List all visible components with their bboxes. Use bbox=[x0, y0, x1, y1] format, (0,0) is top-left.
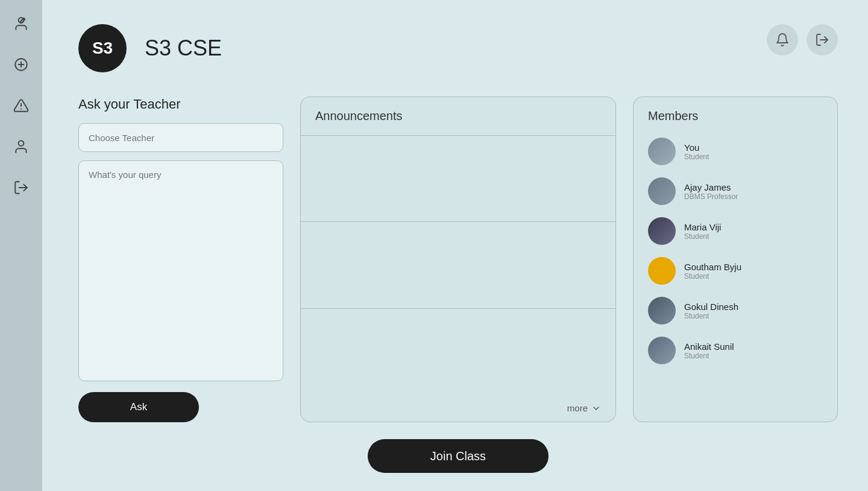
member-role: Student bbox=[684, 272, 741, 280]
members-panel: Members You Student Ajay James DBMS Prof… bbox=[633, 97, 838, 422]
member-info: Anikait Sunil Student bbox=[684, 341, 734, 360]
member-role: Student bbox=[684, 312, 738, 320]
add-icon[interactable] bbox=[10, 53, 33, 76]
member-name: Goutham Byju bbox=[684, 262, 741, 272]
header-actions bbox=[767, 24, 838, 55]
member-avatar bbox=[648, 337, 676, 364]
more-announcements-button[interactable]: more bbox=[301, 394, 615, 422]
ask-panel-title: Ask your Teacher bbox=[78, 97, 283, 112]
announcement-row-1 bbox=[301, 136, 615, 222]
members-title: Members bbox=[634, 97, 837, 131]
header: S3 S3 CSE bbox=[78, 24, 838, 72]
ask-teacher-panel: Ask your Teacher Ask bbox=[78, 97, 283, 422]
bell-icon bbox=[775, 33, 790, 47]
member-avatar bbox=[648, 138, 676, 165]
members-list: You Student Ajay James DBMS Professor Ma… bbox=[634, 131, 837, 422]
join-class-button[interactable]: Join Class bbox=[368, 439, 549, 473]
member-name: Maria Viji bbox=[684, 222, 721, 232]
list-item: Goutham Byju Student bbox=[643, 251, 828, 291]
announcement-row-2 bbox=[301, 222, 615, 308]
announcements-body bbox=[301, 136, 615, 394]
member-name: Ajay James bbox=[684, 182, 738, 192]
member-role: Student bbox=[684, 352, 734, 360]
announcement-row-3 bbox=[301, 309, 615, 394]
profile-icon[interactable] bbox=[10, 135, 33, 158]
member-avatar bbox=[648, 257, 676, 285]
list-item: Gokul Dinesh Student bbox=[643, 291, 828, 331]
list-item: Anikait Sunil Student bbox=[643, 331, 828, 370]
door-logout-icon bbox=[815, 33, 829, 47]
main-content: S3 S3 CSE Ask your Teacher Ask bbox=[42, 0, 868, 491]
member-avatar bbox=[648, 297, 676, 325]
sidebar-logout-icon[interactable] bbox=[10, 176, 33, 199]
page-title: S3 CSE bbox=[145, 36, 222, 61]
content-area: Ask your Teacher Ask Announcements more … bbox=[78, 97, 838, 422]
member-name: Anikait Sunil bbox=[684, 341, 734, 352]
query-textarea[interactable] bbox=[78, 160, 283, 381]
member-name: Gokul Dinesh bbox=[684, 302, 738, 312]
user-edit-icon[interactable] bbox=[10, 12, 33, 35]
member-info: Ajay James DBMS Professor bbox=[684, 182, 738, 201]
top-logout-button[interactable] bbox=[807, 24, 838, 55]
class-avatar: S3 bbox=[78, 24, 127, 72]
member-avatar bbox=[648, 217, 676, 245]
member-role: Student bbox=[684, 153, 709, 161]
notifications-button[interactable] bbox=[767, 24, 798, 55]
list-item: Ajay James DBMS Professor bbox=[643, 171, 828, 211]
choose-teacher-input[interactable] bbox=[78, 123, 283, 152]
announcements-panel: Announcements more bbox=[300, 97, 616, 422]
member-info: Maria Viji Student bbox=[684, 222, 721, 241]
sidebar bbox=[0, 0, 42, 491]
chevron-down-icon bbox=[591, 404, 601, 413]
member-info: You Student bbox=[684, 142, 709, 161]
ask-button[interactable]: Ask bbox=[78, 392, 199, 422]
member-role: Student bbox=[684, 232, 721, 241]
list-item: Maria Viji Student bbox=[643, 211, 828, 251]
member-info: Goutham Byju Student bbox=[684, 262, 741, 280]
member-role: DBMS Professor bbox=[684, 192, 738, 201]
svg-point-6 bbox=[19, 141, 24, 146]
member-name: You bbox=[684, 142, 709, 153]
join-class-wrapper: Join Class bbox=[78, 439, 838, 473]
more-label: more bbox=[567, 403, 588, 413]
member-avatar bbox=[648, 177, 676, 205]
announcements-title: Announcements bbox=[301, 97, 615, 136]
member-info: Gokul Dinesh Student bbox=[684, 302, 738, 320]
list-item: You Student bbox=[643, 131, 828, 171]
warning-icon[interactable] bbox=[10, 94, 33, 117]
